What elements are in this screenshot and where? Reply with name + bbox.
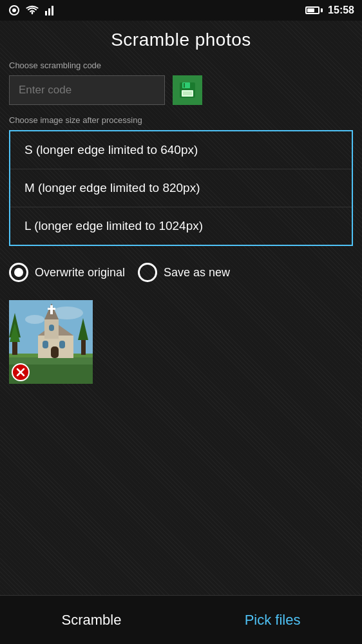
code-input[interactable] [9, 75, 165, 105]
svg-rect-3 [48, 8, 50, 15]
svg-rect-22 [49, 325, 54, 331]
wifi-icon [26, 4, 39, 17]
size-option-l[interactable]: L (longer edge limited to 1024px) [10, 207, 352, 245]
radio-circle-overwrite [9, 263, 28, 282]
svg-point-1 [12, 8, 16, 12]
svg-rect-2 [45, 11, 47, 15]
sim-icon [44, 4, 57, 17]
circle-icon [8, 4, 21, 17]
main-content: Scramble photos Choose scrambling code C… [0, 21, 362, 384]
thumbnail-item [9, 300, 93, 384]
bottom-bar: Scramble Pick files [0, 595, 362, 644]
svg-point-12 [25, 315, 44, 324]
close-icon [16, 368, 25, 377]
radio-label-saveas: Save as new [164, 266, 230, 279]
radio-saveas[interactable]: Save as new [138, 263, 230, 282]
radio-overwrite[interactable]: Overwrite original [9, 263, 125, 282]
radio-label-overwrite: Overwrite original [35, 266, 125, 279]
svg-rect-6 [182, 82, 190, 88]
radio-circle-saveas [138, 263, 157, 282]
svg-rect-4 [52, 6, 53, 15]
page-title: Scramble photos [9, 21, 353, 61]
svg-rect-7 [184, 83, 185, 88]
code-input-row [9, 75, 353, 105]
svg-rect-23 [43, 341, 48, 348]
thumbnails-area [9, 300, 353, 384]
floppy-disk-icon [178, 81, 196, 99]
status-bar: 15:58 [0, 0, 362, 21]
svg-rect-9 [183, 91, 192, 95]
svg-rect-24 [59, 341, 65, 348]
size-section-label: Choose image size after processing [9, 115, 353, 125]
size-option-m[interactable]: M (longer edge limited to 820px) [10, 169, 352, 207]
svg-rect-27 [48, 308, 55, 310]
radio-row: Overwrite original Save as new [9, 259, 353, 286]
pick-files-button[interactable]: Pick files [225, 605, 320, 635]
code-section-label: Choose scrambling code [9, 61, 353, 70]
size-selector: S (longer edge limited to 640px) M (long… [9, 130, 353, 246]
svg-rect-28 [81, 339, 86, 355]
size-section: Choose image size after processing S (lo… [9, 115, 353, 246]
size-option-s[interactable]: S (longer edge limited to 640px) [10, 131, 352, 169]
battery-icon [305, 6, 323, 14]
svg-rect-25 [51, 346, 59, 358]
radio-dot-overwrite [14, 268, 23, 277]
status-icons-left [8, 4, 57, 17]
status-time: 15:58 [328, 5, 354, 16]
remove-thumbnail-button[interactable] [12, 363, 30, 381]
code-section: Choose scrambling code [9, 61, 353, 105]
save-code-button[interactable] [173, 75, 202, 105]
scramble-button[interactable]: Scramble [43, 605, 141, 635]
status-icons-right: 15:58 [305, 5, 354, 16]
